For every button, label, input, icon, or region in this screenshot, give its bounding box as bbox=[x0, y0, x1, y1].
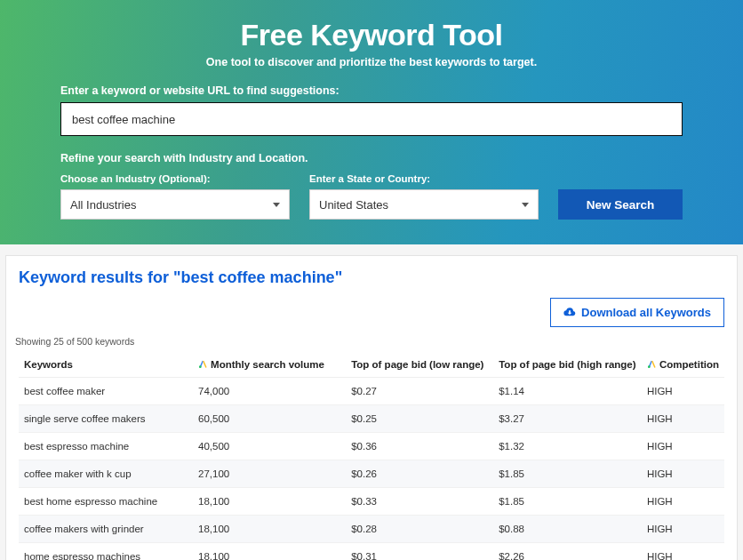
cell-volume: 18,100 bbox=[193, 543, 346, 561]
table-row: coffee makers with grinder18,100$0.28$0.… bbox=[19, 516, 724, 543]
location-value: United States bbox=[319, 198, 388, 212]
cell-bid-low: $0.25 bbox=[346, 405, 493, 433]
cell-competition: HIGH bbox=[642, 516, 724, 543]
hero-banner: Free Keyword Tool One tool to discover a… bbox=[0, 0, 743, 244]
page-subtitle: One tool to discover and prioritize the … bbox=[60, 56, 683, 68]
cell-competition: HIGH bbox=[642, 488, 724, 516]
cell-keyword: best home espresso machine bbox=[19, 488, 193, 516]
cloud-download-icon bbox=[563, 306, 576, 319]
cell-bid-high: $3.27 bbox=[493, 405, 642, 433]
new-search-button[interactable]: New Search bbox=[558, 189, 683, 220]
table-row: single serve coffee makers60,500$0.25$3.… bbox=[19, 405, 724, 433]
cell-bid-high: $1.85 bbox=[493, 460, 642, 488]
cell-keyword: home espresso machines bbox=[19, 543, 193, 561]
cell-bid-low: $0.36 bbox=[346, 433, 493, 460]
svg-point-1 bbox=[648, 365, 651, 368]
refine-label: Refine your search with Industry and Loc… bbox=[60, 152, 683, 164]
cell-competition: HIGH bbox=[642, 460, 724, 488]
results-count: Showing 25 of 500 keywords bbox=[15, 336, 724, 347]
cell-bid-high: $1.32 bbox=[493, 433, 642, 460]
page-title: Free Keyword Tool bbox=[60, 18, 683, 52]
cell-bid-low: $0.28 bbox=[346, 516, 493, 543]
col-volume: Monthly search volume bbox=[193, 352, 346, 378]
cell-bid-low: $0.27 bbox=[346, 378, 493, 405]
cell-competition: HIGH bbox=[642, 405, 724, 433]
cell-bid-low: $0.33 bbox=[346, 488, 493, 516]
table-row: best coffee maker74,000$0.27$1.14HIGH bbox=[19, 378, 724, 405]
industry-value: All Industries bbox=[70, 198, 136, 212]
cell-volume: 40,500 bbox=[193, 433, 346, 460]
cell-volume: 60,500 bbox=[193, 405, 346, 433]
cell-bid-high: $1.85 bbox=[493, 488, 642, 516]
results-panel: Keyword results for "best coffee machine… bbox=[5, 255, 738, 560]
industry-label: Choose an Industry (Optional): bbox=[60, 173, 290, 184]
results-title: Keyword results for "best coffee machine… bbox=[19, 268, 724, 287]
svg-point-0 bbox=[199, 365, 202, 368]
chevron-down-icon bbox=[273, 203, 280, 207]
cell-keyword: coffee makers with grinder bbox=[19, 516, 193, 543]
search-label: Enter a keyword or website URL to find s… bbox=[60, 84, 683, 97]
industry-group: Choose an Industry (Optional): All Indus… bbox=[60, 173, 290, 220]
table-row: best espresso machine40,500$0.36$1.32HIG… bbox=[19, 433, 724, 460]
location-select[interactable]: United States bbox=[309, 189, 539, 220]
cell-competition: HIGH bbox=[642, 433, 724, 460]
chevron-down-icon bbox=[522, 203, 529, 207]
keyword-input[interactable] bbox=[60, 102, 683, 136]
cell-bid-high: $2.26 bbox=[493, 543, 642, 561]
table-row: best home espresso machine18,100$0.33$1.… bbox=[19, 488, 724, 516]
table-header-row: Keywords Monthly search volume Top of pa… bbox=[19, 352, 724, 378]
cell-competition: HIGH bbox=[642, 543, 724, 561]
col-competition: Competition bbox=[642, 352, 724, 378]
cell-bid-high: $0.88 bbox=[493, 516, 642, 543]
cell-bid-low: $0.31 bbox=[346, 543, 493, 561]
google-ads-icon bbox=[647, 359, 657, 369]
google-ads-icon bbox=[198, 359, 208, 369]
download-label: Download all Keywords bbox=[581, 306, 711, 319]
cell-keyword: best espresso machine bbox=[19, 433, 193, 460]
cell-competition: HIGH bbox=[642, 378, 724, 405]
location-group: Enter a State or Country: United States bbox=[309, 173, 539, 220]
cell-volume: 74,000 bbox=[193, 378, 346, 405]
industry-select[interactable]: All Industries bbox=[60, 189, 290, 220]
col-bid-low: Top of page bid (low range) bbox=[346, 352, 493, 378]
results-table: Keywords Monthly search volume Top of pa… bbox=[19, 352, 724, 560]
col-keywords: Keywords bbox=[19, 352, 193, 378]
table-row: coffee maker with k cup27,100$0.26$1.85H… bbox=[19, 460, 724, 488]
cell-bid-high: $1.14 bbox=[493, 378, 642, 405]
controls-row: Choose an Industry (Optional): All Indus… bbox=[60, 173, 683, 220]
table-row: home espresso machines18,100$0.31$2.26HI… bbox=[19, 543, 724, 561]
location-label: Enter a State or Country: bbox=[309, 173, 539, 184]
cell-volume: 27,100 bbox=[193, 460, 346, 488]
cell-bid-low: $0.26 bbox=[346, 460, 493, 488]
cell-keyword: single serve coffee makers bbox=[19, 405, 193, 433]
results-toolbar: Download all Keywords bbox=[19, 298, 724, 327]
cell-volume: 18,100 bbox=[193, 516, 346, 543]
cell-keyword: best coffee maker bbox=[19, 378, 193, 405]
col-bid-high: Top of page bid (high range) bbox=[493, 352, 642, 378]
cell-keyword: coffee maker with k cup bbox=[19, 460, 193, 488]
cell-volume: 18,100 bbox=[193, 488, 346, 516]
download-keywords-button[interactable]: Download all Keywords bbox=[550, 298, 724, 327]
